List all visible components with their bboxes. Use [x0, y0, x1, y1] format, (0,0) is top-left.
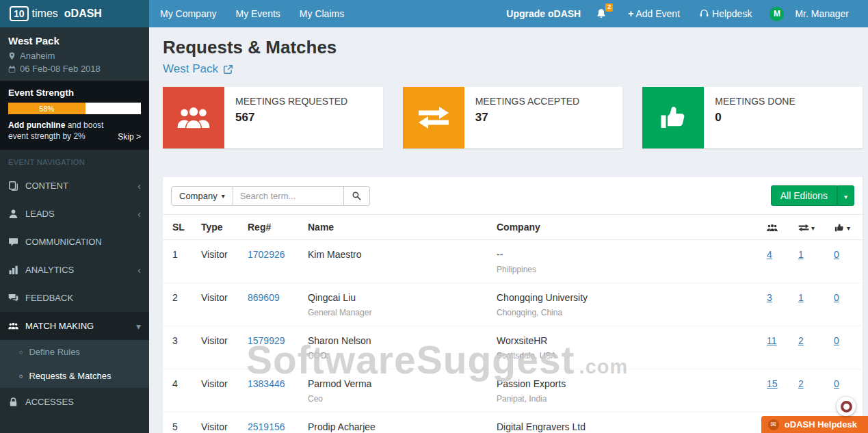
event-strength-block: Event Strength 58% Add punchline and boo… — [0, 81, 149, 150]
caret-down-icon: ▾ — [847, 224, 850, 232]
main-content: Requests & Matches West Pack MEETINGS RE… — [149, 0, 868, 433]
all-editions-button[interactable]: All Editions — [771, 185, 837, 206]
table-header-row: SL Type Reg# Name Company ▾ ▾ — [163, 215, 863, 240]
cell-name: Qingcai Liu — [308, 292, 483, 303]
envelope-icon: ✉ — [768, 419, 779, 430]
stat-value: 567 — [235, 111, 347, 124]
headset-icon — [699, 8, 709, 18]
requested-count-link[interactable]: 3 — [767, 292, 772, 303]
reg-link[interactable]: 1579929 — [248, 335, 285, 346]
helpdesk-link[interactable]: Helpdesk — [689, 0, 761, 27]
reg-link[interactable]: 869609 — [248, 292, 280, 303]
event-link-row: West Pack — [163, 62, 863, 76]
col-sl: SL — [163, 215, 194, 240]
brand-times: times — [32, 8, 58, 20]
comments-icon — [8, 293, 18, 303]
done-count-link[interactable]: 0 — [834, 249, 839, 260]
users-icon — [767, 223, 778, 233]
accepted-count-link[interactable]: 1 — [798, 292, 804, 303]
thumbs-up-icon — [834, 223, 845, 233]
filter-dropdown[interactable]: Company ▾ — [171, 186, 233, 206]
reg-link[interactable]: 1383446 — [248, 378, 285, 389]
table-row: 1Visitor1702926Kim Maestro--Philippines4… — [163, 240, 863, 283]
avatar[interactable]: M — [770, 7, 784, 21]
external-link-icon[interactable] — [223, 64, 233, 75]
add-event-button[interactable]: +Add Event — [618, 0, 689, 27]
stat-value: 0 — [715, 111, 795, 124]
brand-odash: oDASH — [64, 8, 102, 20]
meetings-accepted-icon — [403, 87, 464, 148]
sidebar-item-match-making[interactable]: MATCH MAKING▾ — [0, 312, 149, 340]
done-count-link[interactable]: 0 — [834, 335, 839, 346]
requested-count-link[interactable]: 11 — [767, 335, 777, 346]
nav-item-my-claims[interactable]: My Claims — [290, 0, 354, 27]
accepted-count-link[interactable]: 2 — [798, 378, 804, 389]
col-meetings-done[interactable]: ▾ — [827, 215, 863, 240]
notifications-button[interactable]: 2 — [596, 8, 607, 19]
brand-logo[interactable]: 10 times oDASH — [0, 0, 149, 27]
table-row: 3Visitor1579929Sharon NelsonCOOWorxsiteH… — [163, 326, 863, 369]
accepted-count-link[interactable]: 1 — [798, 249, 804, 260]
sidebar-item-content[interactable]: CONTENT‹ — [0, 172, 149, 200]
skip-link[interactable]: Skip > — [118, 132, 141, 142]
sidebar-subitem-define-rules[interactable]: ○Define Rules — [0, 340, 149, 364]
requested-count-link[interactable]: 15 — [767, 378, 778, 389]
cell-sl: 1 — [163, 240, 194, 283]
col-reg: Reg# — [241, 215, 301, 240]
reg-link[interactable]: 1702926 — [248, 249, 285, 260]
chart-icon — [8, 265, 18, 275]
cell-name: Parmod Verma — [308, 378, 483, 389]
upgrade-odash-link[interactable]: Upgrade oDASH — [497, 0, 590, 27]
sidebar-item-leads[interactable]: LEADS‹ — [0, 200, 149, 228]
cell-type: Visitor — [194, 326, 241, 369]
table-row: 4Visitor1383446Parmod VermaCeoPassion Ex… — [163, 369, 863, 412]
sidebar-item-accesses[interactable]: ACCESSES — [0, 388, 149, 416]
sidebar-item-feedback[interactable]: FEEDBACK — [0, 284, 149, 312]
search-input[interactable] — [233, 186, 344, 206]
strength-hint: Add punchline and boost event strength b… — [8, 120, 116, 142]
event-name: West Pack — [8, 35, 141, 47]
cell-sl: 2 — [163, 283, 194, 326]
search-button[interactable] — [344, 186, 370, 206]
cell-type: Visitor — [194, 283, 241, 326]
event-strength-label: Event Strength — [8, 88, 141, 98]
table-row: 5Visitor2519156Prodip AcharjeeGeneral Ma… — [163, 412, 863, 433]
done-count-link[interactable]: 0 — [834, 292, 839, 303]
record-circle-icon — [841, 401, 852, 412]
brand-10-box: 10 — [10, 6, 29, 21]
sidebar-item-communication[interactable]: COMMUNICATION — [0, 228, 149, 256]
requests-table: SL Type Reg# Name Company ▾ ▾ 1Visitor17… — [163, 214, 863, 433]
chevron-icon: ‹ — [137, 265, 141, 276]
user-menu[interactable]: Mr. Manager — [785, 0, 858, 27]
meetings-done-icon — [642, 87, 704, 148]
event-link[interactable]: West Pack — [163, 62, 218, 76]
stat-label: MEETINGS REQUESTED — [235, 96, 347, 107]
sidebar-subitem-requests-matches[interactable]: ○Requests & Matches — [0, 364, 149, 388]
all-editions-dropdown[interactable]: ▾ — [837, 185, 854, 206]
cell-company: Digital Engravers Ltd — [497, 421, 753, 432]
nav-item-my-company[interactable]: My Company — [150, 0, 226, 27]
cell-sl: 5 — [163, 412, 194, 433]
requested-count-link[interactable]: 4 — [767, 249, 772, 260]
col-meetings-requested[interactable] — [760, 215, 791, 240]
odash-helpdesk-button[interactable]: ✉ oDASH Helpdesk — [761, 416, 868, 433]
table-body: 1Visitor1702926Kim Maestro--Philippines4… — [163, 240, 863, 433]
nav-item-my-events[interactable]: My Events — [226, 0, 289, 27]
top-navbar: 10 times oDASH My CompanyMy EventsMy Cla… — [0, 0, 868, 27]
reg-link[interactable]: 2519156 — [248, 421, 285, 432]
user-icon — [8, 209, 18, 219]
caret-down-icon: ▾ — [844, 193, 847, 200]
cell-location: Scottsdale, USA — [497, 351, 753, 360]
sidebar-item-analytics[interactable]: ANALYTICS‹ — [0, 256, 149, 284]
page-title: Requests & Matches — [163, 37, 863, 58]
helpdesk-widget-icon[interactable] — [837, 397, 856, 416]
comment-icon — [8, 237, 18, 247]
done-count-link[interactable]: 0 — [834, 378, 839, 389]
col-meetings-accepted[interactable]: ▾ — [791, 215, 827, 240]
chevron-icon: ‹ — [137, 209, 141, 220]
stat-cards: MEETINGS REQUESTED 567 MEETINGS ACCEPTED… — [163, 87, 863, 148]
calendar-icon — [8, 65, 16, 73]
accepted-count-link[interactable]: 2 — [798, 335, 804, 346]
cell-sl: 3 — [163, 326, 194, 369]
event-dates-row: 06 Feb-08 Feb 2018 — [8, 64, 141, 74]
